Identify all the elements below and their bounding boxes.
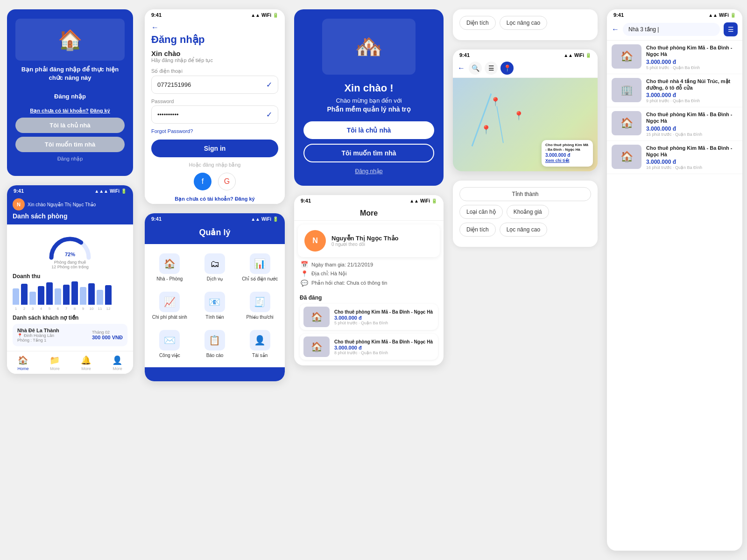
filter-panel-2: Tỉnh thành Loại căn hộ Khoảng giá Diện t…	[453, 181, 598, 247]
login-subtitle: Hãy đăng nhập để tiếp tục	[151, 57, 278, 63]
bar-12	[105, 285, 112, 305]
filter-dien-tich-2[interactable]: Diện tích	[459, 223, 496, 237]
filter-loai-can-ho[interactable]: Loại căn hộ	[459, 205, 503, 219]
mgmt-item-7[interactable]: 📋 Báo cáo	[193, 325, 237, 363]
calendar-icon: 📅	[301, 261, 308, 268]
login-back-button[interactable]: ←	[151, 23, 278, 32]
management-grid: 🏠 Nhà - Phòng 🗂 Dịch vụ 📊 Chỉ số điện nư…	[145, 244, 285, 367]
sr-title-2: Cho thuê phòng Kim Mã - Ba Đình - Ngọc H…	[646, 111, 738, 125]
mgmt-item-1[interactable]: 🗂 Dịch vụ	[193, 249, 237, 286]
login-prompt-title: Bạn phải đăng nhập để thực hiện chức năn…	[15, 65, 125, 82]
map-listing-title: Cho thuê phòng Kim Mã - Ba Đình - Ngọc H…	[545, 143, 589, 153]
or-text: Hoặc đăng nhập bằng	[151, 162, 278, 168]
listing-title-1: Cho thuê phòng Kim Mã - Ba Đình - Ngọc H…	[334, 339, 433, 345]
mgmt-status-bar: 9:41 ▲▲WiFi🔋	[145, 213, 285, 223]
mgmt-item-5[interactable]: 🧾 Phiếu thu/chi	[238, 287, 282, 324]
debtor-title: Danh sách khách nợ tiền	[13, 315, 127, 321]
person-icon: 👤	[112, 355, 122, 365]
sr-item-0[interactable]: 🏠 Cho thuê phòng Kim Mã - Ba Đình - Ngọc…	[607, 41, 742, 74]
mgmt-item-0[interactable]: 🏠 Nhà - Phòng	[148, 249, 192, 286]
phone-input[interactable]: 0772151996 ✓	[151, 76, 278, 94]
filter-dien-tich-1[interactable]: Diện tích	[459, 16, 496, 30]
login-prompt-login-button[interactable]: Đăng nhập	[15, 89, 125, 104]
facebook-login-button[interactable]: f	[194, 173, 211, 190]
password-input[interactable]: •••••••••• ✓	[151, 105, 278, 124]
sr-item-1[interactable]: 🏢 Cho thuê nhà 4 tầng Núi Trúc, mặt đườn…	[607, 74, 742, 108]
nav-folder[interactable]: 📁 More	[49, 355, 60, 371]
debtor-period: Tháng 02	[92, 330, 123, 335]
signin-button[interactable]: Sign in	[151, 140, 278, 157]
management-title: Quản lý	[145, 223, 285, 244]
register-link-row: Bạn chưa có tài khoản? Đăng ký	[151, 196, 278, 202]
map-listing-bubble: Cho thuê phòng Kim Mã - Ba Đình - Ngọc H…	[542, 140, 593, 167]
login-prompt-illustration: 🏠	[15, 19, 125, 61]
phone-label: Số điện thoại	[151, 68, 278, 74]
bottom-nav: 🏠 Home 📁 More 🔔 More 👤 More	[7, 351, 133, 374]
sr-price-2: 3.000.000 đ	[646, 126, 738, 132]
more-address: Địa chỉ: Hà Nội	[311, 271, 346, 277]
mgmt-label-8: Tài sản	[252, 353, 268, 358]
map-listing-detail-link[interactable]: Xem chi tiết	[545, 158, 589, 164]
nav-person[interactable]: 👤 More	[112, 355, 122, 371]
nav-bell[interactable]: 🔔 More	[81, 355, 91, 371]
listing-item-1[interactable]: 🏠 Cho thuê phòng Kim Mã - Ba Đình - Ngọc…	[300, 334, 438, 360]
sr-filter-button[interactable]: ☰	[724, 22, 738, 36]
sr-header: ← Nhà 3 tầng | ☰	[607, 19, 742, 41]
listing-meta-1: 8 phút trước · Quận Ba Đình	[334, 350, 433, 355]
login-prompt-find-button[interactable]: Tôi muốn tìm nhà	[15, 137, 125, 152]
sr-back-button[interactable]: ←	[612, 25, 619, 34]
welcome-greeting: Xin chào !	[344, 82, 393, 94]
sr-item-3[interactable]: 🏠 Cho thuê phòng Kim Mã - Ba Đình - Ngọc…	[607, 141, 742, 175]
sr-price-0: 3.000.000 đ	[646, 59, 738, 65]
more-profile-card: N Nguyễn Thị Ngọc Thảo 0 người theo dõi	[298, 224, 440, 257]
map-back-button[interactable]: ←	[458, 64, 465, 72]
sr-status-bar: 9:41 ▲▲WiFi🔋	[607, 9, 742, 19]
mgmt-item-2[interactable]: 📊 Chỉ số điện nước	[238, 249, 282, 286]
more-posted-title: Đã đăng	[300, 294, 438, 301]
nav-home[interactable]: 🏠 Home	[17, 355, 28, 371]
filter-loc-nang-cao-1[interactable]: Lọc nâng cao	[500, 16, 547, 30]
login-prompt-owner-button[interactable]: Tôi là chủ nhà	[15, 118, 125, 133]
welcome-card: 🏘️ Xin chào ! Chào mừng bạn đến với Phần…	[294, 9, 444, 186]
mgmt-item-8[interactable]: 👤 Tài sản	[238, 325, 282, 363]
welcome-owner-button[interactable]: Tôi là chủ nhà	[303, 121, 434, 139]
password-check-icon: ✓	[266, 110, 272, 119]
more-profile-detail: 📅 Ngày tham gia: 21/12/2019 📍 Địa chỉ: H…	[294, 261, 444, 292]
debtor-amount: 300 000 VNĐ	[92, 335, 123, 340]
sr-meta-1: 9 phút trước · Quận Ba Đình	[646, 98, 738, 103]
map-search-icon[interactable]: 🔍	[469, 62, 482, 75]
map-menu-icon[interactable]: ☰	[485, 62, 498, 75]
welcome-find-button[interactable]: Tôi muốn tìm nhà	[303, 144, 434, 162]
mgmt-label-2: Chỉ số điện nước	[242, 276, 278, 281]
map-location-icon[interactable]: 📍	[500, 62, 514, 75]
sr-img-1: 🏢	[612, 78, 641, 102]
sr-img-3: 🏠	[612, 145, 641, 169]
map-listing-price: 3.000.000 đ	[545, 152, 589, 158]
mgmt-label-5: Phiếu thu/chi	[247, 315, 274, 320]
sr-price-1: 3.000.000 đ	[646, 92, 738, 98]
mgmt-item-4[interactable]: 📧 Tính tiền	[193, 287, 237, 324]
sr-item-2[interactable]: 🏠 Cho thuê phòng Kim Mã - Ba Đình - Ngọc…	[607, 107, 742, 141]
filter-loc-nang-cao-2[interactable]: Lọc nâng cao	[500, 223, 547, 237]
filter-tinh-thanh[interactable]: Tỉnh thành	[459, 187, 591, 201]
google-login-button[interactable]: G	[218, 173, 236, 190]
sr-search-input[interactable]: Nhà 3 tầng |	[623, 23, 720, 36]
welcome-login-link[interactable]: Đăng nhập	[355, 168, 382, 175]
sr-meta-3: 16 phút trước · Quận Ba Đình	[646, 165, 738, 170]
mgmt-item-3[interactable]: 📈 Chi phí phát sinh	[148, 287, 192, 324]
chat-icon: 💬	[301, 280, 308, 287]
listing-img-0: 🏠	[303, 307, 330, 327]
phone-check-icon: ✓	[266, 80, 272, 89]
mgmt-item-6[interactable]: ✉️ Công việc	[148, 325, 192, 363]
debtor-item: Nhà Đê La Thành 📍 Đinh Hoàng Lân Phòng :…	[13, 324, 127, 346]
dashboard-status-bar: 9:41 ▲▲▲ WiFi 🔋	[7, 185, 133, 195]
sr-price-3: 3.000.000 đ	[646, 159, 738, 165]
bar-1	[13, 288, 19, 305]
login-prompt-login-link: Đăng nhập	[15, 156, 125, 162]
bar-9	[80, 287, 86, 305]
filter-khoa-gia[interactable]: Khoảng giá	[507, 205, 549, 219]
listing-item-0[interactable]: 🏠 Cho thuê phòng Kim Mã - Ba Đình - Ngọc…	[300, 304, 438, 330]
forgot-password-link[interactable]: Forgot Password?	[151, 128, 278, 134]
debtor-loc: Đinh Hoàng Lân	[24, 333, 54, 338]
gauge-sublabel: 12 Phòng còn trống	[51, 265, 89, 269]
